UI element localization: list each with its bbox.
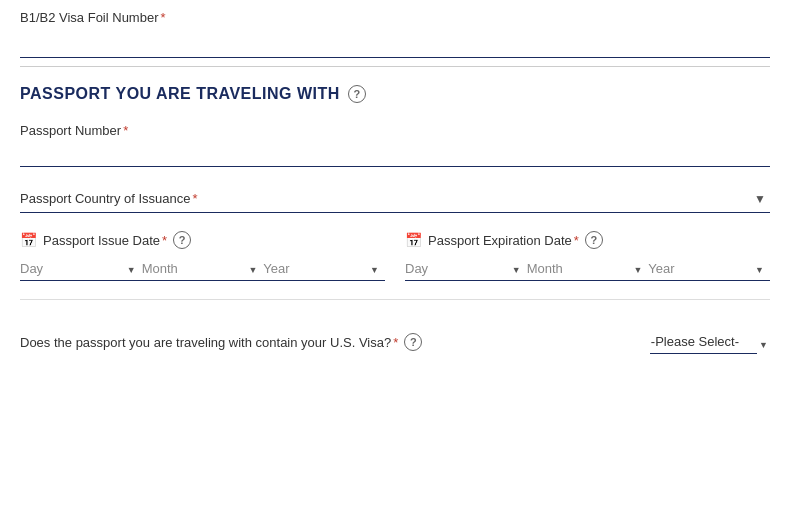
passport-country-required: * xyxy=(193,191,198,206)
visa-question-select-wrapper: -Please Select- Yes No xyxy=(650,330,770,354)
dates-row: 📅 Passport Issue Date* ? Day Month xyxy=(20,231,770,281)
passport-expiration-month-wrapper: Month xyxy=(527,257,649,281)
passport-issue-day-wrapper: Day xyxy=(20,257,142,281)
passport-expiration-year-select[interactable]: Year xyxy=(648,257,770,281)
passport-section-title: PASSPORT YOU ARE TRAVELING WITH ? xyxy=(20,85,770,103)
passport-country-label: Passport Country of Issuance* xyxy=(20,185,750,212)
passport-issue-date-section: 📅 Passport Issue Date* ? Day Month xyxy=(20,231,385,281)
passport-expiration-calendar-icon: 📅 xyxy=(405,232,422,248)
passport-issue-date-help-icon[interactable]: ? xyxy=(173,231,191,249)
passport-expiration-date-section: 📅 Passport Expiration Date* ? Day Month xyxy=(405,231,770,281)
passport-expiration-date-label-row: 📅 Passport Expiration Date* ? xyxy=(405,231,770,249)
passport-expiration-date-label: Passport Expiration Date* xyxy=(428,233,579,248)
passport-heading: PASSPORT YOU ARE TRAVELING WITH xyxy=(20,85,340,103)
passport-country-group[interactable]: Passport Country of Issuance* ▼ xyxy=(20,185,770,213)
visa-question-required: * xyxy=(393,335,398,350)
visa-foil-required: * xyxy=(161,10,166,25)
passport-issue-day-select[interactable]: Day xyxy=(20,257,142,281)
passport-expiration-day-wrapper: Day xyxy=(405,257,527,281)
passport-expiration-year-wrapper: Year xyxy=(648,257,770,281)
passport-number-group: Passport Number* xyxy=(20,123,770,167)
visa-question-select[interactable]: -Please Select- Yes No xyxy=(650,330,757,354)
passport-expiration-day-select[interactable]: Day xyxy=(405,257,527,281)
passport-issue-date-dropdowns: Day Month Year xyxy=(20,257,385,281)
passport-title-help-icon[interactable]: ? xyxy=(348,85,366,103)
passport-issue-month-wrapper: Month xyxy=(142,257,264,281)
visa-question-row: Does the passport you are traveling with… xyxy=(20,320,770,364)
section-divider xyxy=(20,299,770,300)
form-container: B1/B2 Visa Foil Number* PASSPORT YOU ARE… xyxy=(0,0,790,384)
visa-foil-label: B1/B2 Visa Foil Number* xyxy=(20,10,770,25)
passport-number-input[interactable] xyxy=(20,142,770,167)
passport-issue-month-select[interactable]: Month xyxy=(142,257,264,281)
passport-issue-required: * xyxy=(162,233,167,248)
visa-question-help-icon[interactable]: ? xyxy=(404,333,422,351)
passport-issue-calendar-icon: 📅 xyxy=(20,232,37,248)
passport-issue-year-wrapper: Year xyxy=(263,257,385,281)
passport-issue-date-label: Passport Issue Date* xyxy=(43,233,167,248)
passport-country-chevron-icon: ▼ xyxy=(750,186,770,212)
passport-expiration-required: * xyxy=(574,233,579,248)
passport-expiration-month-select[interactable]: Month xyxy=(527,257,649,281)
passport-number-label: Passport Number* xyxy=(20,123,770,138)
visa-foil-section: B1/B2 Visa Foil Number* xyxy=(20,10,770,67)
passport-number-required: * xyxy=(123,123,128,138)
visa-foil-input[interactable] xyxy=(20,33,770,58)
passport-issue-year-select[interactable]: Year xyxy=(263,257,385,281)
passport-expiration-date-dropdowns: Day Month Year xyxy=(405,257,770,281)
passport-expiration-date-help-icon[interactable]: ? xyxy=(585,231,603,249)
visa-question-left: Does the passport you are traveling with… xyxy=(20,333,650,351)
visa-question-text: Does the passport you are traveling with… xyxy=(20,335,398,350)
visa-foil-label-text: B1/B2 Visa Foil Number xyxy=(20,10,159,25)
passport-issue-date-label-row: 📅 Passport Issue Date* ? xyxy=(20,231,385,249)
